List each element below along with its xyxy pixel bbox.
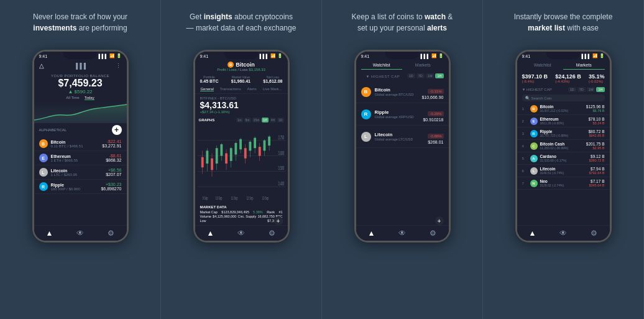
btc-right: -$22.41 $3,272.91: [102, 139, 121, 148]
time-1m[interactable]: 1m: [236, 118, 243, 123]
nav-eye-icon-3[interactable]: 👁: [398, 229, 406, 238]
nav-settings-icon-4[interactable]: ⚙: [591, 229, 597, 238]
tab-transactions[interactable]: Transactions: [220, 87, 241, 91]
net-loss-value: $1,612.08: [263, 79, 282, 83]
coin-search[interactable]: 🔍 Search Coin: [522, 95, 605, 101]
time-7d-4[interactable]: 7D: [577, 87, 586, 92]
time-5m[interactable]: 5m: [244, 118, 251, 123]
time-1h-active[interactable]: 1H: [262, 118, 268, 123]
status-icons-4: ▌▌▌ 📶 🔋: [582, 53, 605, 58]
total-cap-change: (-8.4%): [522, 80, 548, 83]
time-1h-3-active[interactable]: 1H: [435, 73, 443, 78]
time-1d-4[interactable]: 1D: [568, 87, 576, 92]
panel2-bold: insights: [204, 12, 232, 21]
btc-dom-change: (-0.02%): [589, 80, 605, 83]
time-1m-4[interactable]: 1M: [587, 87, 596, 92]
tab-markets[interactable]: Markets: [402, 61, 444, 70]
nav-settings-icon-3[interactable]: ⚙: [430, 229, 436, 238]
nav-portfolio-icon[interactable]: ▲: [46, 229, 53, 238]
total-cap-value: $397.10 B: [522, 73, 548, 80]
neo-market-sub: 3129.02 (-2.74%): [540, 183, 589, 187]
watch-item-ltc[interactable]: L Litecoin Global average LTC/USD -0.88%…: [356, 126, 449, 148]
ada-market-sub: 32,533.68 (-0.17%): [540, 159, 589, 162]
nav-eye-icon[interactable]: 👁: [76, 229, 84, 238]
add-coin-button[interactable]: +: [112, 125, 122, 135]
time-4h[interactable]: 4H: [270, 118, 276, 123]
highest-cap-label: ▼ HIGHEST CAP: [361, 73, 405, 79]
tab-general[interactable]: General: [200, 87, 213, 91]
market-item-ada[interactable]: 5 A Cardano 32,533.68 (-0.17%) $9.12 B $…: [517, 152, 610, 165]
panel3-headline: Keep a list of coins to watch & set up y…: [346, 11, 458, 42]
nav-settings-icon[interactable]: ⚙: [108, 229, 114, 238]
fab-button[interactable]: +: [274, 216, 283, 225]
tab-alerts[interactable]: Alerts: [247, 87, 256, 91]
timeframe-today[interactable]: Today: [85, 96, 94, 100]
svg-rect-13: [211, 159, 213, 170]
tab-live-market[interactable]: Live Mark...: [263, 87, 282, 91]
portfolio-icon: △: [39, 62, 44, 69]
time-1d-3[interactable]: 1D: [407, 73, 415, 78]
nav-settings-icon-2[interactable]: ⚙: [269, 229, 275, 238]
coin-item-eth[interactable]: E Ethereum 1 ETH / $666.55 -$8.61 $868.3…: [34, 151, 127, 165]
btc-market-price: $125.96 B: [586, 104, 605, 109]
candle-svg: 3,750 3,600 3,500 3,400: [198, 125, 285, 202]
btc-name: Bitcoin: [51, 140, 103, 144]
ltc-watch-info: Litecoin Global average LTC/USD: [375, 132, 428, 141]
header-bars-icon: ▐▐▐: [74, 63, 86, 69]
eth-info: Ethereum 1 ETH / $666.55: [51, 154, 106, 162]
nav-portfolio-icon-3[interactable]: ▲: [368, 229, 375, 238]
section-header-3: ▼ HIGHEST CAP 1D 7D 1M 1H: [356, 71, 449, 81]
ltc4-market-icon: L: [530, 167, 538, 175]
nav-portfolio-icon-2[interactable]: ▲: [207, 229, 214, 238]
market-item-xrp[interactable]: 3 R Ripple 10,767,723 (-0.88%) $80.72 B …: [517, 127, 610, 140]
market-item-bch[interactable]: 4 C Bitcoin Cash 11,283.02 (-36.99%) $20…: [517, 140, 610, 152]
watch-item-btc[interactable]: B Bitcoin Global average BTC/USD -0.31% …: [356, 81, 449, 103]
ltc-watch-icon: L: [361, 132, 371, 142]
watch-item-xrp[interactable]: R Ripple Global average XRP/USD -0.29% $…: [356, 103, 449, 126]
tab-markets-4[interactable]: Markets: [563, 61, 605, 70]
svg-text:13 Sep: 13 Sep: [262, 195, 269, 200]
nav-eye-icon-2[interactable]: 👁: [237, 229, 245, 238]
time-1m-3[interactable]: 1M: [426, 73, 435, 78]
btc-dom-value: 35.1%: [589, 73, 605, 80]
ltc4-market-change: $792.64 B: [589, 171, 604, 175]
bch-market-name: Bitcoin Cash: [540, 142, 586, 146]
panel-insights: Get insights about cryptocoins — market …: [161, 0, 322, 319]
xrp-market-price: $80.72 B: [588, 129, 604, 134]
current-price: $4,313.61: [200, 100, 283, 110]
panel-watchlist: Keep a list of coins to watch & set up y…: [322, 0, 483, 319]
btc-market-info: Bitcoin 16,007,212 (-0.02%): [540, 104, 586, 113]
signal-icon-4: ▌▌▌: [582, 54, 591, 58]
market-item-eth[interactable]: 2 E Ethereum 1811.26 (-0.60%) $78.10 B $…: [517, 115, 610, 127]
nav-portfolio-icon-4[interactable]: ▲: [529, 229, 536, 238]
eth-icon: E: [39, 154, 48, 162]
ltc-watch-change: -0.88%: [428, 134, 443, 139]
nav-eye-icon-4[interactable]: 👁: [559, 229, 567, 238]
ltc-right: +$6.56 $207.07: [106, 168, 121, 177]
market-item-neo[interactable]: 7 N Neo 3129.02 (-2.74%) $7.17 B $345.64…: [517, 177, 610, 190]
time-15m[interactable]: 15m: [252, 118, 261, 123]
btc-market-sub: 16,007,212 (-0.02%): [540, 109, 586, 113]
market-item-ltc4[interactable]: 6 L Litecoin 3140.51 (-0.74%) $7.94 B $7…: [517, 165, 610, 177]
candlestick-chart: 3,750 3,600 3,500 3,400: [195, 124, 288, 203]
market-value: $1,960.41: [231, 79, 251, 83]
timeframe-alltime[interactable]: All Time: [66, 96, 79, 100]
coin-list-header: ALPHABETICAL +: [34, 123, 127, 137]
fab-button-3[interactable]: +: [435, 216, 444, 225]
volume-stat: $24,126 B (-4.43%): [555, 73, 581, 83]
svg-text:3,750: 3,750: [278, 134, 284, 140]
tab-watchlist-4[interactable]: Watchlist: [522, 61, 564, 70]
coin-item-btc[interactable]: B Bitcoin 0.11 BTC / $466.51 -$22.41 $3,…: [34, 137, 127, 151]
tab-watchlist[interactable]: Watchlist: [361, 61, 403, 70]
ada-market-change: $380.72 B: [589, 159, 604, 162]
low-row: Low $7,346.00: [200, 219, 283, 223]
svg-text:12 Sep: 12 Sep: [246, 195, 253, 200]
time-7d-3[interactable]: 7D: [416, 73, 425, 78]
time-1h-4-active[interactable]: 1H: [596, 87, 604, 92]
market-item-btc[interactable]: 1 B Bitcoin 16,007,212 (-0.02%) $125.96 …: [517, 103, 610, 115]
coin-item-ltc[interactable]: L Litecoin 1 LTC / $260.95 +$6.56 $207.0…: [34, 165, 127, 180]
time-1d[interactable]: 1D: [277, 118, 283, 123]
bch-market-price: $201.75 B: [586, 142, 605, 146]
coin-item-xrp[interactable]: R Ripple 100 XRP / $0.000 +$30.23 $6,898…: [34, 180, 127, 194]
volume-row: Volume $4,125,960,000 Circ. Supply 16,68…: [200, 215, 283, 218]
